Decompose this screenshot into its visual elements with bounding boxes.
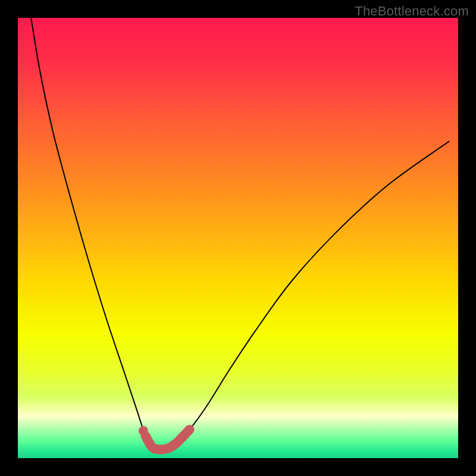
app-frame: TheBottleneck.com [0,0,476,476]
curve-marker-dot [139,426,148,436]
curve-path [31,18,449,449]
bottleneck-curve [18,18,458,458]
watermark-text: TheBottleneck.com [355,4,469,19]
curve-highlight-segment [146,430,190,449]
plot-area [18,18,458,458]
